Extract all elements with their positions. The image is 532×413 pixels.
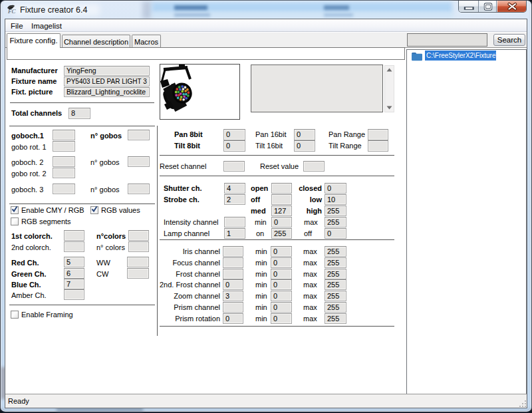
svg-text:FC: FC — [7, 8, 16, 15]
